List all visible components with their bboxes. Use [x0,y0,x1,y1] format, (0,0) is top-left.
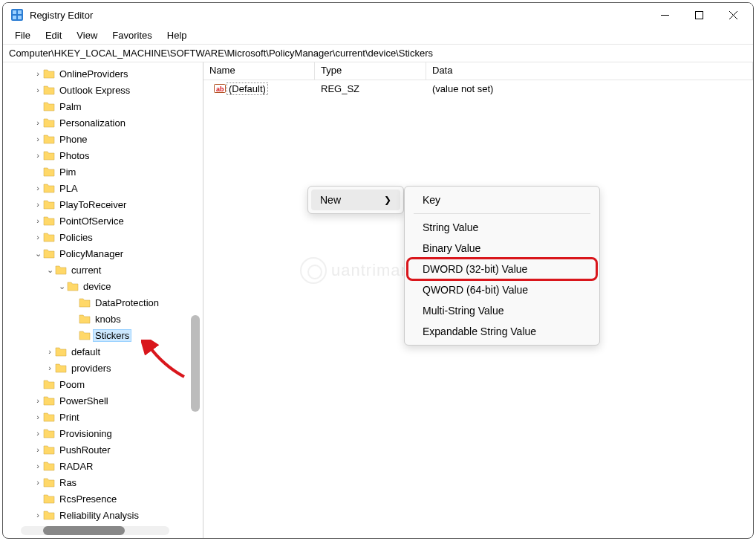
maximize-button[interactable] [682,3,716,27]
folder-icon [43,166,55,177]
menu-help[interactable]: Help [160,28,195,42]
chevron-right-icon[interactable]: › [33,118,43,127]
tree-item-policies[interactable]: ›Policies [3,229,203,245]
tree-item-onlineproviders[interactable]: ›OnlineProviders [3,65,203,82]
scroll-thumb[interactable] [191,315,200,412]
tree-item-pla[interactable]: ›PLA [3,180,203,196]
chevron-right-icon[interactable]: › [33,233,43,242]
context-item-multistring[interactable]: Multi-String Value [408,300,596,321]
context-item-binary[interactable]: Binary Value [408,238,596,259]
window-controls [648,3,750,27]
folder-icon [43,510,55,520]
tree-item-outlook-express[interactable]: ›Outlook Express [3,82,203,98]
chevron-down-icon[interactable]: ⌄ [33,249,43,259]
tree-item-current[interactable]: ⌄current [3,262,203,278]
context-submenu-new: Key String Value Binary Value DWORD (32-… [404,186,600,346]
vertical-scrollbar[interactable] [191,62,200,538]
tree-item-label: Photos [58,150,91,161]
tree-item-poom[interactable]: ›Poom [3,376,203,392]
folder-icon [43,395,55,406]
chevron-right-icon[interactable]: › [33,216,43,225]
menu-view[interactable]: View [69,28,105,42]
tree-item-radar[interactable]: ›RADAR [3,458,203,474]
tree-item-pim[interactable]: ›Pim [3,163,203,180]
tree-item-palm[interactable]: ›Palm [3,98,203,114]
address-bar[interactable]: Computer\HKEY_LOCAL_MACHINE\SOFTWARE\Mic… [3,45,753,62]
window-title: Registry Editor [30,10,648,21]
tree-item-playtoreceiver[interactable]: ›PlayToReceiver [3,196,203,213]
tree-item-powershell[interactable]: ›PowerShell [3,392,203,409]
tree-item-label: RcsPresence [58,493,118,505]
tree-item-device[interactable]: ⌄device [3,278,203,294]
folder-icon [55,265,67,275]
tree-item-reliability-analysis[interactable]: ›Reliability Analysis [3,507,203,523]
chevron-down-icon[interactable]: ⌄ [45,265,55,275]
chevron-right-icon[interactable]: › [33,184,43,192]
chevron-right-icon[interactable]: › [33,511,43,519]
tree-item-label: Palm [58,101,83,112]
minimize-button[interactable] [648,3,682,27]
tree-item-providers[interactable]: ›providers [3,360,203,376]
chevron-right-icon[interactable]: › [33,135,43,143]
column-type[interactable]: Type [315,62,426,80]
tree-item-label: current [70,265,102,276]
chevron-right-icon[interactable]: › [33,200,43,209]
tree-item-provisioning[interactable]: ›Provisioning [3,425,203,441]
folder-icon [43,428,55,438]
chevron-right-icon[interactable]: › [33,461,43,470]
titlebar[interactable]: Registry Editor [3,3,753,27]
menu-file[interactable]: File [7,28,38,42]
close-button[interactable] [716,3,750,27]
chevron-right-icon[interactable]: › [33,151,43,160]
chevron-right-icon[interactable]: › [33,85,43,94]
tree-item-knobs[interactable]: ›knobs [3,311,203,327]
chevron-right-icon[interactable]: › [33,478,43,487]
chevron-down-icon[interactable]: ⌄ [56,282,67,291]
tree-pane[interactable]: ›OnlineProviders›Outlook Express›Palm›Pe… [3,62,203,538]
svg-rect-4 [18,16,22,19]
tree-item-stickers[interactable]: ›Stickers [3,327,203,343]
folder-icon [43,444,55,455]
tree-item-label: PolicyManager [58,248,125,259]
chevron-right-icon[interactable]: › [33,429,43,438]
context-item-expandable[interactable]: Expandable String Value [408,321,596,342]
svg-rect-6 [695,11,703,19]
chevron-right-icon[interactable]: › [33,412,43,421]
tree-item-ras[interactable]: ›Ras [3,474,203,490]
context-item-new[interactable]: New ❯ [311,189,400,210]
context-item-dword[interactable]: DWORD (32-bit) Value [408,259,596,279]
tree-item-pointofservice[interactable]: ›PointOfService [3,213,203,229]
menu-favorites[interactable]: Favorites [105,28,159,42]
chevron-right-icon[interactable]: › [33,69,43,78]
folder-icon [43,477,55,487]
folder-icon [43,150,55,161]
menu-edit[interactable]: Edit [38,28,69,42]
folder-icon [43,68,55,79]
chevron-right-icon[interactable]: › [33,445,43,454]
tree-item-label: RADAR [58,461,95,472]
context-item-key[interactable]: Key [408,189,596,210]
folder-icon [55,346,67,357]
list-row[interactable]: ab (Default) REG_SZ (value not set) [203,80,753,97]
tree-item-rcspresence[interactable]: ›RcsPresence [3,490,203,507]
chevron-right-icon[interactable]: › [45,347,55,356]
column-data[interactable]: Data [426,62,753,80]
folder-icon [43,232,55,242]
context-item-string[interactable]: String Value [408,217,596,238]
tree-item-photos[interactable]: ›Photos [3,147,203,163]
value-type: REG_SZ [315,83,426,94]
chevron-right-icon[interactable]: › [45,363,55,372]
tree-item-dataprotection[interactable]: ›DataProtection [3,294,203,311]
tree-item-personalization[interactable]: ›Personalization [3,114,203,131]
tree-item-phone[interactable]: ›Phone [3,131,203,147]
tree-item-pushrouter[interactable]: ›PushRouter [3,441,203,458]
tree-item-print[interactable]: ›Print [3,409,203,425]
column-name[interactable]: Name [203,62,315,80]
horizontal-scrollbar[interactable] [21,526,169,535]
tree-item-policymanager[interactable]: ⌄PolicyManager [3,245,203,262]
scroll-thumb[interactable] [43,526,125,535]
chevron-right-icon[interactable]: › [33,396,43,405]
tree-item-default[interactable]: ›default [3,343,203,360]
tree-item-label: PlayToReceiver [58,199,128,210]
context-item-qword[interactable]: QWORD (64-bit) Value [408,279,596,300]
